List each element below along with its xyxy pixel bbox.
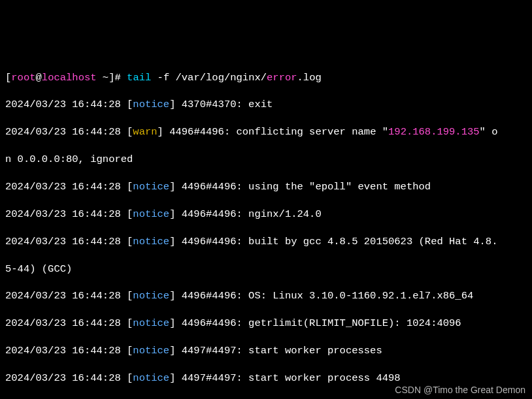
log-line: 2024/03/23 16:44:28 [notice] 4497#4497: … bbox=[5, 344, 527, 358]
log-line: 2024/03/23 16:44:28 [notice] 4370#4370: … bbox=[5, 98, 527, 112]
log-line: 2024/03/23 16:44:28 [warn] 4496#4496: co… bbox=[5, 125, 527, 139]
log-line: 2024/03/23 16:44:28 [notice] 4496#4496: … bbox=[5, 208, 527, 221]
watermark: CSDN @Timo the Great Demon bbox=[395, 384, 525, 396]
log-line: 2024/03/23 16:44:28 [notice] 4496#4496: … bbox=[5, 180, 527, 194]
log-line: n 0.0.0.0:80, ignored bbox=[5, 153, 527, 167]
log-line: 2024/03/23 16:44:28 [notice] 4496#4496: … bbox=[5, 317, 527, 330]
terminal-output: [root@localhost ~]# tail -f /var/log/ngi… bbox=[5, 57, 527, 399]
log-line: 2024/03/23 16:44:28 [notice] 4496#4496: … bbox=[5, 235, 527, 249]
log-line: 2024/03/23 16:44:28 [notice] 4497#4497: … bbox=[5, 372, 527, 385]
log-line: 5-44) (GCC) bbox=[5, 263, 527, 276]
prompt-line[interactable]: [root@localhost ~]# tail -f /var/log/ngi… bbox=[5, 71, 527, 85]
log-line: 2024/03/23 16:44:28 [notice] 4496#4496: … bbox=[5, 289, 527, 303]
